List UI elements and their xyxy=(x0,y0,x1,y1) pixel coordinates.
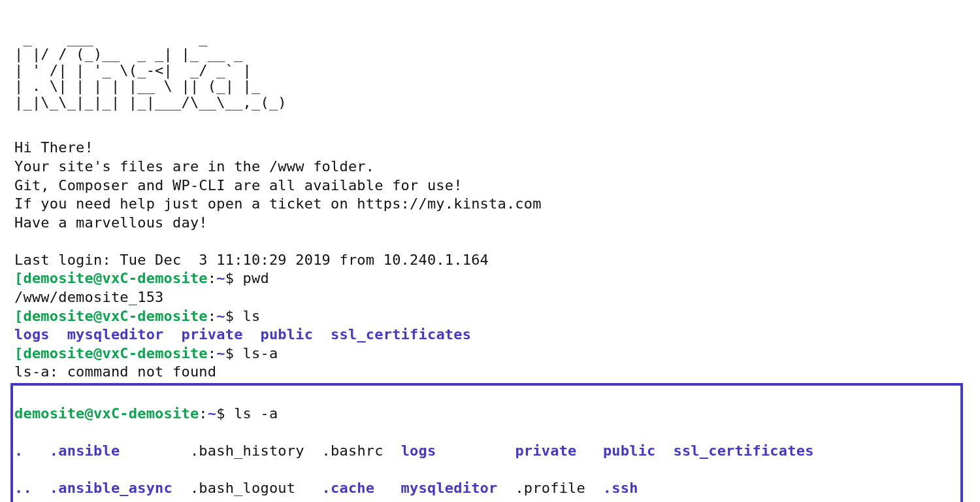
prompt-bracket: [ xyxy=(14,308,23,324)
prompt-colon: : xyxy=(208,308,216,324)
last-login-line: Last login: Tue Dec 3 11:10:29 2019 from… xyxy=(14,252,489,268)
pwd-output: /www/demosite_153 xyxy=(14,289,164,305)
ls-a-output-row: . .ansible .bash_history .bashrc logs pr… xyxy=(14,442,958,461)
ls-output: logs mysqleditor private public ssl_cert… xyxy=(14,326,471,343)
command-ls-a: ls -a xyxy=(234,405,278,422)
prompt-path: ~ xyxy=(216,308,225,324)
prompt-line: [demosite@vxC-demosite:~$ ls-a xyxy=(14,345,278,361)
prompt-bracket: [ xyxy=(14,345,23,361)
prompt-path: ~ xyxy=(216,270,225,286)
prompt-dollar: $ xyxy=(225,308,243,324)
prompt-colon: : xyxy=(199,405,207,422)
command-ls: ls xyxy=(243,308,261,324)
file-entry: .bash_history xyxy=(190,443,304,459)
prompt-user-host: demosite@vxC-demosite xyxy=(23,270,207,286)
file-entry: .bash_logout xyxy=(190,480,295,496)
dir-entry: .. xyxy=(14,480,32,496)
dir-entry: logs xyxy=(401,443,436,459)
motd-line: Your site's files are in the /www folder… xyxy=(14,158,374,175)
prompt-user-host: demosite@vxC-demosite xyxy=(23,308,207,324)
prompt-dollar: $ xyxy=(225,270,243,286)
motd-line: Hi There! xyxy=(14,139,93,156)
dir-entry: public xyxy=(603,443,656,459)
dir-entry: private xyxy=(515,443,576,459)
dir-entry: ssl_certificates xyxy=(331,326,471,343)
prompt-path: ~ xyxy=(216,345,225,361)
dir-entry: mysqleditor xyxy=(67,326,164,343)
dir-entry: ssl_certificates xyxy=(673,443,813,459)
dir-entry: .ansible xyxy=(50,443,120,459)
dir-entry: logs xyxy=(14,326,50,343)
prompt-colon: : xyxy=(208,345,216,361)
prompt-line: demosite@vxC-demosite:~$ ls -a xyxy=(14,405,958,424)
dir-entry: .ssh xyxy=(603,480,638,496)
prompt-colon: : xyxy=(208,270,216,286)
prompt-user-host: demosite@vxC-demosite xyxy=(14,405,199,422)
motd-line: If you need help just open a ticket on h… xyxy=(14,195,542,212)
highlighted-region: demosite@vxC-demosite:~$ ls -a . .ansibl… xyxy=(10,383,963,502)
file-entry: .profile xyxy=(515,480,585,496)
prompt-dollar: $ xyxy=(225,345,243,361)
command-lsa-bad: ls-a xyxy=(243,345,278,361)
motd-line: Have a marvellous day! xyxy=(14,214,208,231)
dir-entry: .ansible_async xyxy=(50,480,172,496)
terminal[interactable]: _ ___ _ | |/ / (_)__ _ _| |_ __ _ | ' /|… xyxy=(0,0,980,502)
dir-entry: . xyxy=(14,443,23,459)
prompt-dollar: $ xyxy=(216,405,234,422)
error-output: ls-a: command not found xyxy=(14,363,216,380)
command-pwd: pwd xyxy=(243,270,269,286)
ls-a-output-row: .. .ansible_async .bash_logout .cache my… xyxy=(14,479,958,498)
prompt-user-host: demosite@vxC-demosite xyxy=(23,345,207,361)
prompt-path: ~ xyxy=(208,405,216,422)
dir-entry: public xyxy=(260,326,313,343)
prompt-line: [demosite@vxC-demosite:~$ ls xyxy=(14,308,261,324)
motd-line: Git, Composer and WP-CLI are all availab… xyxy=(14,177,463,193)
dir-entry: private xyxy=(181,326,242,343)
file-entry: .bashrc xyxy=(322,443,384,459)
prompt-line: [demosite@vxC-demosite:~$ pwd xyxy=(14,270,269,286)
dir-entry: .cache xyxy=(322,480,375,496)
dir-entry: mysqleditor xyxy=(401,480,498,496)
prompt-bracket: [ xyxy=(14,270,23,286)
ascii-art-logo: _ ___ _ | |/ / (_)__ _ _| |_ __ _ | ' /|… xyxy=(14,31,966,111)
